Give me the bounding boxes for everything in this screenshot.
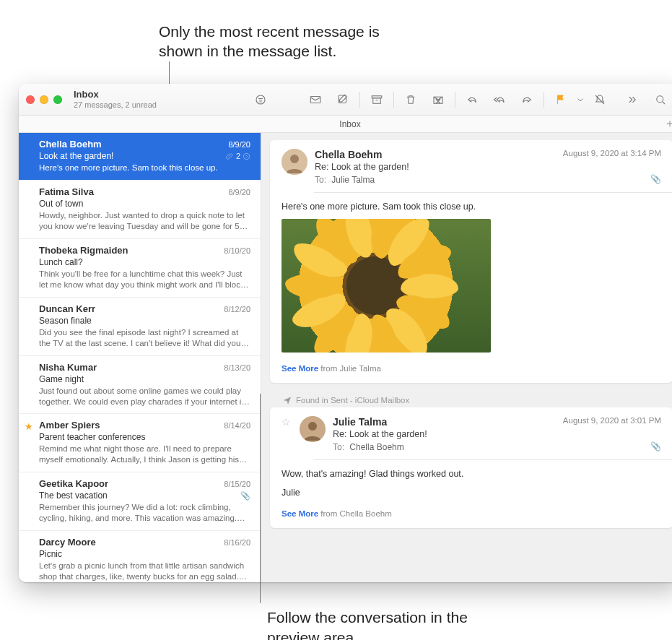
message-subject: Picnic	[39, 549, 62, 559]
message-from: Thobeka Rigmaiden	[39, 245, 128, 256]
message-subject: Season finale	[39, 316, 92, 326]
titlebar: Inbox 27 messages, 2 unread	[19, 84, 672, 116]
message-body: Wow, that's amazing! Glad things worked …	[282, 469, 661, 479]
callout-bottom: Follow the conversation in the preview a…	[267, 607, 484, 640]
junk-button[interactable]	[424, 90, 452, 110]
more-button[interactable]	[618, 90, 645, 110]
message-date: 8/16/20	[224, 538, 250, 547]
reply-button[interactable]	[458, 90, 486, 110]
message-list-item[interactable]: Chella Boehm 8/9/20 Look at the garden! …	[19, 133, 261, 181]
message-date: 8/14/20	[224, 421, 250, 430]
message-subject: Lunch call?	[39, 257, 83, 267]
window-controls	[26, 95, 69, 104]
message-date: 8/9/20	[228, 188, 250, 196]
message-list-item[interactable]: ★ Amber Spiers 8/14/20 Parent teacher co…	[19, 414, 261, 472]
see-more-link[interactable]: See More from Chella Boehm	[282, 509, 661, 518]
message-date: 8/10/20	[224, 246, 250, 255]
star-icon: ★	[25, 421, 33, 432]
add-favorite-button[interactable]: ＋	[664, 116, 672, 131]
fullscreen-window-button[interactable]	[53, 95, 62, 104]
reply-all-button[interactable]	[486, 90, 513, 110]
mailbox-title: Inbox	[74, 90, 157, 100]
trash-icon	[404, 93, 417, 106]
chevron-down-icon	[575, 93, 586, 106]
attachment-icon: 📎	[650, 174, 661, 184]
message-card[interactable]: ☆ Julie Talma August 9, 2020 at 3:01 PM …	[270, 407, 672, 528]
message-list-item[interactable]: Duncan Kerr 8/12/20 Season finale Did yo…	[19, 298, 261, 356]
message-list-item[interactable]: Nisha Kumar 8/13/20 Game night Just foun…	[19, 356, 261, 415]
get-mail-button[interactable]	[302, 90, 329, 110]
delete-button[interactable]	[397, 90, 424, 110]
attachment-icon	[226, 152, 234, 160]
conversation-preview[interactable]: Chella Boehm August 9, 2020 at 3:14 PM R…	[261, 133, 672, 582]
message-from: Darcy Moore	[39, 537, 96, 548]
message-signature: Julie	[282, 488, 661, 498]
minimize-window-button[interactable]	[40, 95, 48, 104]
flag-icon	[554, 93, 567, 106]
message-from: Duncan Kerr	[39, 303, 95, 314]
close-window-button[interactable]	[26, 95, 35, 104]
message-date: August 9, 2020 at 3:14 PM	[563, 149, 661, 157]
mailbox-subtitle: 27 messages, 2 unread	[74, 100, 157, 109]
star-toggle[interactable]: ☆	[282, 416, 291, 452]
message-list-item[interactable]: Geetika Kapoor 8/15/20 The best vacation…	[19, 472, 261, 531]
divider	[314, 459, 672, 460]
message-list-item[interactable]: Fatima Silva 8/9/20 Out of town Howdy, n…	[19, 181, 261, 239]
message-list-item[interactable]: Darcy Moore 8/16/20 Picnic Let's grab a …	[19, 531, 261, 582]
reply-icon	[466, 93, 479, 106]
archive-icon	[370, 93, 383, 106]
message-list-item[interactable]: Thobeka Rigmaiden 8/10/20 Lunch call? Th…	[19, 239, 261, 298]
message-from: Chella Boehm	[39, 139, 102, 150]
message-from: Fatima Silva	[39, 186, 94, 197]
forward-button[interactable]	[513, 90, 541, 110]
svg-point-9	[290, 155, 299, 163]
message-preview: Howdy, neighbor. Just wanted to drop a q…	[39, 210, 250, 232]
favorites-bar-item[interactable]: Inbox	[339, 119, 360, 129]
search-button[interactable]	[647, 90, 672, 110]
mail-window: Inbox 27 messages, 2 unread	[19, 84, 672, 582]
mute-button[interactable]	[586, 90, 614, 110]
filter-button[interactable]	[247, 90, 274, 110]
mailbox-title-block: Inbox 27 messages, 2 unread	[74, 90, 157, 108]
archive-button[interactable]	[363, 90, 390, 110]
toolbar-separator	[393, 92, 394, 108]
message-card[interactable]: Chella Boehm August 9, 2020 at 3:14 PM R…	[270, 140, 672, 383]
avatar	[282, 149, 307, 175]
toolbar-separator	[455, 92, 455, 108]
see-more-link[interactable]: See More from Julie Talma	[282, 364, 661, 373]
message-from: Geetika Kapoor	[39, 478, 108, 489]
flag-button[interactable]	[547, 90, 575, 110]
message-subject: Re: Look at the garden!	[315, 162, 661, 172]
message-subject: Parent teacher conferences	[39, 432, 145, 442]
svg-rect-1	[310, 96, 320, 103]
message-preview: Here's one more picture. Sam took this c…	[39, 163, 250, 173]
callout-line	[260, 394, 261, 603]
message-subject: The best vacation	[39, 490, 108, 501]
message-date: 8/15/20	[224, 480, 250, 488]
message-list[interactable]: Chella Boehm 8/9/20 Look at the garden! …	[19, 133, 261, 582]
message-date: 8/9/20	[228, 140, 250, 149]
flag-menu-button[interactable]	[575, 90, 586, 110]
message-preview: Did you see the final episode last night…	[39, 327, 250, 349]
message-preview: Think you'll be free for a lunchtime cha…	[39, 269, 250, 290]
message-preview: Just found out about some online games w…	[39, 386, 250, 407]
message-date: August 9, 2020 at 3:01 PM	[563, 416, 661, 425]
svg-rect-4	[373, 98, 381, 103]
filter-icon	[254, 93, 267, 106]
message-preview: Remind me what night those are. I'll nee…	[39, 444, 250, 465]
message-from: Chella Boehm	[315, 149, 382, 160]
favorites-bar: Inbox ＋	[19, 116, 672, 133]
message-subject: Game night	[39, 374, 84, 384]
svg-point-7	[243, 153, 249, 159]
message-to: To: Julie Talma	[315, 175, 661, 185]
message-body: Here's one more picture. Sam took this c…	[282, 202, 661, 212]
divider	[314, 192, 672, 193]
message-to: To: Chella Boehm	[333, 442, 661, 452]
svg-point-11	[308, 422, 317, 431]
toolbar-separator	[544, 92, 544, 108]
reply-all-icon	[493, 93, 506, 106]
message-from: Amber Spiers	[39, 420, 100, 431]
attached-image[interactable]	[282, 219, 491, 353]
compose-button[interactable]	[329, 90, 357, 110]
junk-icon	[432, 93, 445, 106]
